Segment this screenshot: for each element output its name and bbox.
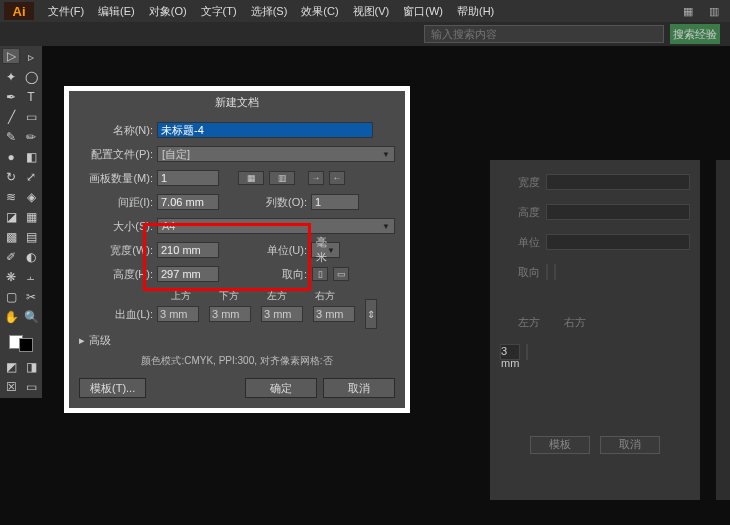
name-label: 名称(N): <box>79 123 153 138</box>
menu-object[interactable]: 对象(O) <box>143 2 193 21</box>
rotate-tool-icon[interactable]: ↻ <box>2 168 20 186</box>
bg-label: 取向 <box>500 265 540 280</box>
perspective-icon[interactable]: ▦ <box>22 208 40 226</box>
bleed-left-input[interactable] <box>261 306 303 322</box>
graph-tool-icon[interactable]: ⫠ <box>22 268 40 286</box>
color-mode-info: 颜色模式:CMYK, PPI:300, 对齐像素网格:否 <box>79 354 395 368</box>
symbol-spray-icon[interactable]: ❋ <box>2 268 20 286</box>
bleed-top-header: 上方 <box>157 289 205 303</box>
cols-input[interactable] <box>311 194 359 210</box>
cancel-button[interactable]: 取消 <box>323 378 395 398</box>
direct-select-tool-icon[interactable]: ▹ <box>22 48 40 66</box>
units-select[interactable]: 毫米▼ <box>311 242 340 258</box>
chevron-down-icon: ▼ <box>382 150 390 159</box>
menu-select[interactable]: 选择(S) <box>245 2 294 21</box>
magic-wand-tool-icon[interactable]: ✦ <box>2 68 20 86</box>
height-input[interactable] <box>157 266 219 282</box>
none-mode-icon[interactable]: ☒ <box>2 378 20 396</box>
width-input[interactable] <box>157 242 219 258</box>
artboards-input[interactable] <box>157 170 219 186</box>
link-bleed-icon[interactable]: ⇕ <box>365 299 377 329</box>
background-dialog: 宽度 高度 单位 取向 左方右方 3 mm 模板 取消 <box>490 160 700 500</box>
bleed-bottom-input[interactable] <box>209 306 251 322</box>
lasso-tool-icon[interactable]: ◯ <box>22 68 40 86</box>
menu-type[interactable]: 文字(T) <box>195 2 243 21</box>
eraser-tool-icon[interactable]: ◧ <box>22 148 40 166</box>
gradient-tool-icon[interactable]: ▤ <box>22 228 40 246</box>
units-value: 毫米 <box>316 235 327 265</box>
slice-tool-icon[interactable]: ✂ <box>22 288 40 306</box>
new-document-dialog: 新建文档 名称(N): 配置文件(P): [自定]▼ 画板数量(M): ▦ ▥ … <box>69 91 405 408</box>
hand-tool-icon[interactable]: ✋ <box>2 308 20 326</box>
line-tool-icon[interactable]: ╱ <box>2 108 20 126</box>
shape-builder-icon[interactable]: ◪ <box>2 208 20 226</box>
arrange-right-icon[interactable]: → <box>308 171 324 185</box>
zoom-tool-icon[interactable]: 🔍 <box>22 308 40 326</box>
gradient-mode-icon[interactable]: ◨ <box>22 358 40 376</box>
bg-label: 右方 <box>546 315 586 330</box>
bg-label: 高度 <box>500 205 540 220</box>
spacing-input[interactable] <box>157 194 219 210</box>
advanced-label: 高级 <box>89 333 111 348</box>
app-logo: Ai <box>4 2 34 20</box>
grid-by-row-icon[interactable]: ▦ <box>238 171 264 185</box>
bg-button: 模板 <box>530 436 590 454</box>
bg-label: 左方 <box>500 315 540 330</box>
arrange-icon[interactable]: ▥ <box>704 2 724 20</box>
menu-bar: Ai 文件(F) 编辑(E) 对象(O) 文字(T) 选择(S) 效果(C) 视… <box>0 0 730 22</box>
arrange-left-icon[interactable]: ← <box>329 171 345 185</box>
bg-input <box>546 234 690 250</box>
scale-tool-icon[interactable]: ⤢ <box>22 168 40 186</box>
dialog-title: 新建文档 <box>69 91 405 113</box>
menu-help[interactable]: 帮助(H) <box>451 2 500 21</box>
name-input[interactable] <box>157 122 373 138</box>
orient-portrait-icon[interactable]: ▯ <box>312 267 328 281</box>
brush-tool-icon[interactable]: ✎ <box>2 128 20 146</box>
pencil-tool-icon[interactable]: ✏ <box>22 128 40 146</box>
mesh-tool-icon[interactable]: ▩ <box>2 228 20 246</box>
width-tool-icon[interactable]: ≋ <box>2 188 20 206</box>
bleed-top-input[interactable] <box>157 306 199 322</box>
chevron-right-icon: ▸ <box>79 334 85 347</box>
top-bar: 搜索经验 <box>0 22 730 46</box>
spacing-label: 间距(I): <box>79 195 153 210</box>
color-mode-icon[interactable]: ◩ <box>2 358 20 376</box>
bg-input <box>526 344 528 360</box>
rect-tool-icon[interactable]: ▭ <box>22 108 40 126</box>
profile-value: [自定] <box>162 147 190 162</box>
templates-button[interactable]: 模板(T)... <box>79 378 146 398</box>
pen-tool-icon[interactable]: ✒ <box>2 88 20 106</box>
bleed-right-input[interactable] <box>313 306 355 322</box>
search-button[interactable]: 搜索经验 <box>670 24 720 44</box>
toolbox: ▷ ▹ ✦ ◯ ✒ T ╱ ▭ ✎ ✏ ● ◧ ↻ ⤢ ≋ ◈ ◪ ▦ ▩ ▤ … <box>0 46 42 398</box>
selection-tool-icon[interactable]: ▷ <box>2 48 20 64</box>
size-select[interactable]: A4▼ <box>157 218 395 234</box>
artboard-tool-icon[interactable]: ▢ <box>2 288 20 306</box>
type-tool-icon[interactable]: T <box>22 88 40 106</box>
ok-button[interactable]: 确定 <box>245 378 317 398</box>
bleed-left-header: 左方 <box>253 289 301 303</box>
fill-stroke-swatches[interactable] <box>2 328 40 356</box>
menu-edit[interactable]: 编辑(E) <box>92 2 141 21</box>
bg-input <box>554 264 556 280</box>
menu-window[interactable]: 窗口(W) <box>397 2 449 21</box>
eyedropper-icon[interactable]: ✐ <box>2 248 20 266</box>
profile-select[interactable]: [自定]▼ <box>157 146 395 162</box>
bg-input: 3 mm <box>500 344 520 360</box>
bleed-bottom-header: 下方 <box>205 289 253 303</box>
orient-landscape-icon[interactable]: ▭ <box>333 267 349 281</box>
grid-by-col-icon[interactable]: ▥ <box>269 171 295 185</box>
cols-label: 列数(O): <box>261 195 307 210</box>
menu-effect[interactable]: 效果(C) <box>295 2 344 21</box>
menu-view[interactable]: 视图(V) <box>347 2 396 21</box>
blend-tool-icon[interactable]: ◐ <box>22 248 40 266</box>
search-input[interactable] <box>424 25 664 43</box>
screen-mode-icon[interactable]: ▭ <box>22 378 40 396</box>
free-transform-icon[interactable]: ◈ <box>22 188 40 206</box>
bleed-right-header: 右方 <box>301 289 349 303</box>
advanced-toggle[interactable]: ▸ 高级 <box>79 333 395 348</box>
bg-panel-strip <box>716 160 730 500</box>
layout-icon[interactable]: ▦ <box>678 2 698 20</box>
menu-file[interactable]: 文件(F) <box>42 2 90 21</box>
blob-tool-icon[interactable]: ● <box>2 148 20 166</box>
